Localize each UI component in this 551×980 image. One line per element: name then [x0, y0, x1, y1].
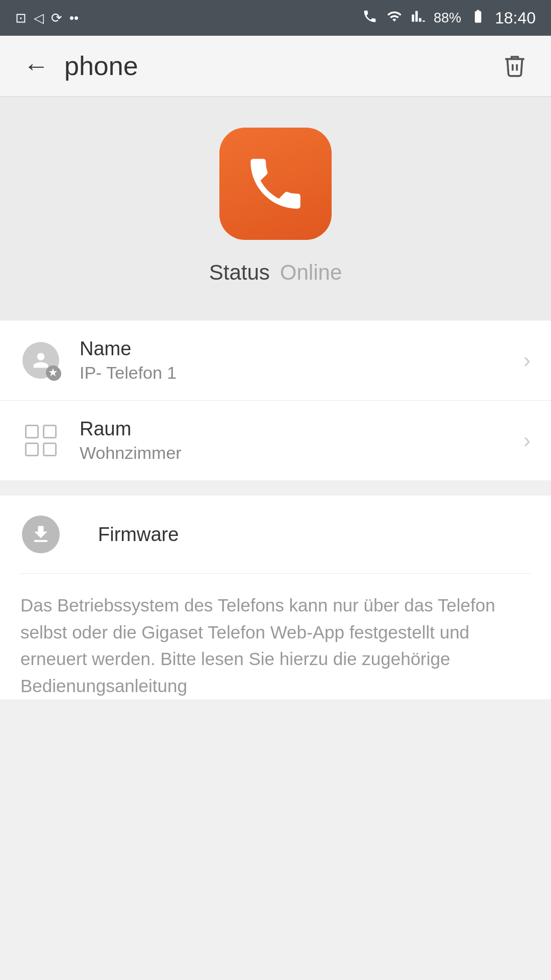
phone-app-icon: [242, 151, 309, 217]
raum-chevron-icon: ›: [523, 428, 531, 453]
image-icon: ⊡: [15, 10, 27, 26]
raum-content: Raum Wohnzimmer: [80, 418, 523, 463]
page-title: phone: [64, 51, 497, 81]
status-value: Online: [280, 260, 342, 285]
signal-icon: [411, 9, 425, 28]
raum-title: Raum: [80, 418, 523, 440]
call-icon: [362, 9, 378, 28]
status-time: 18:40: [495, 9, 536, 28]
battery-icon: [469, 9, 487, 28]
wifi-icon: [386, 9, 403, 28]
name-list-item[interactable]: ★ Name IP- Telefon 1 ›: [0, 321, 551, 401]
navigation-icon: ◁: [34, 10, 44, 26]
section-divider: [0, 480, 551, 496]
status-bar: ⊡ ◁ ⟳ •• 88% 18:40: [0, 0, 551, 36]
raum-subtitle: Wohnzimmer: [80, 443, 523, 463]
status-bar-right-icons: 88% 18:40: [362, 9, 536, 28]
name-chevron-icon: ›: [523, 348, 531, 373]
name-icon: ★: [20, 340, 61, 381]
app-icon: [219, 128, 332, 240]
status-row: Status Online: [209, 260, 342, 285]
trash-icon: [502, 51, 528, 80]
firmware-header: Firmware: [20, 514, 531, 574]
back-arrow-icon: ←: [23, 51, 49, 81]
raum-icon: [20, 420, 61, 461]
battery-percentage: 88%: [434, 10, 461, 26]
device-info-section: ★ Name IP- Telefon 1 › Raum Wohnzimmer ›: [0, 321, 551, 480]
firmware-icon: [20, 514, 61, 555]
app-section: Status Online: [0, 97, 551, 321]
back-button[interactable]: ←: [18, 46, 54, 86]
top-bar: ← phone: [0, 36, 551, 97]
status-bar-left-icons: ⊡ ◁ ⟳ ••: [15, 10, 79, 26]
download-icon: [22, 516, 60, 553]
name-title: Name: [80, 338, 523, 360]
firmware-section: Firmware Das Betriebssystem des Telefons…: [0, 496, 551, 699]
delete-button[interactable]: [497, 46, 533, 86]
sync-icon: ⟳: [51, 10, 62, 26]
contacts-icon: ★: [22, 342, 59, 379]
status-label: Status: [209, 260, 270, 285]
firmware-description: Das Betriebssystem des Telefons kann nur…: [20, 574, 531, 699]
firmware-title: Firmware: [98, 524, 179, 546]
raum-list-item[interactable]: Raum Wohnzimmer ›: [0, 401, 551, 480]
name-subtitle: IP- Telefon 1: [80, 363, 523, 383]
grid-icon: [25, 425, 57, 456]
more-icon: ••: [69, 10, 79, 26]
name-content: Name IP- Telefon 1: [80, 338, 523, 383]
